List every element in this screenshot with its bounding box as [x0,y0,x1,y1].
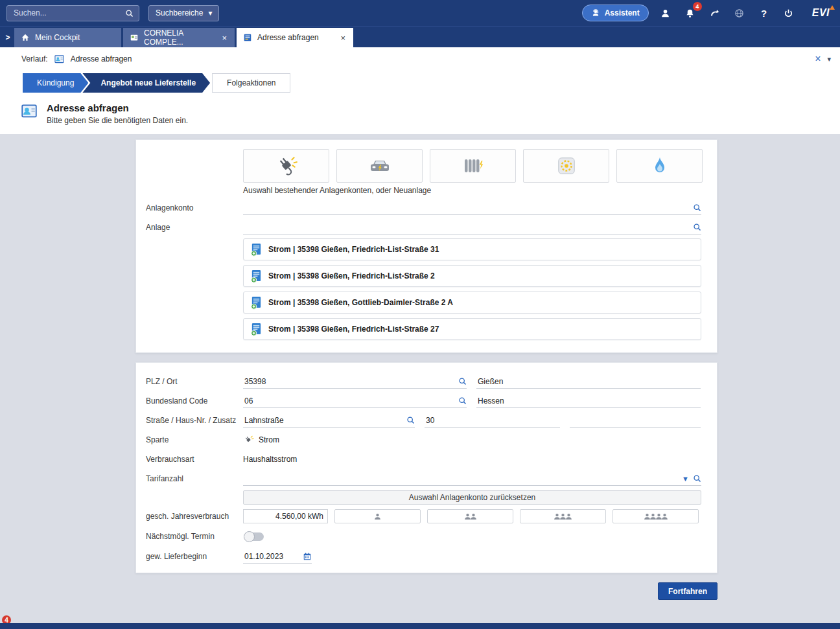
chevron-down-icon: ▾ [208,8,212,17]
jahresverbrauch-label: gesch. Jahresverbrauch [146,512,243,521]
haushalt-2-personen-button[interactable] [427,509,513,523]
tile-waerme[interactable] [430,149,516,183]
anlage-doc-plus-icon [250,269,262,283]
ort-input[interactable] [476,377,701,386]
flame-icon [652,156,668,176]
notifications-bell-icon[interactable]: 4 [682,5,698,21]
tile-gas[interactable] [616,149,703,183]
zusatz-field[interactable] [570,413,701,428]
tarifanzahl-input[interactable] [243,474,678,483]
car-icon [367,156,393,176]
anlage-item-text: Strom | 35398 Gießen, Gottlieb-Daimler-S… [268,298,453,307]
tarifanzahl-search-icon[interactable] [693,474,701,483]
hausnr-field[interactable] [425,413,560,428]
zusatz-input[interactable] [570,416,701,425]
wizard-step-folgeaktionen[interactable]: Folgeaktionen [212,73,290,93]
bundesland-code-input[interactable] [243,396,454,406]
plz-input[interactable] [243,377,454,386]
wizard-step-kuendigung[interactable]: Kündigung [23,73,88,93]
tab-mein-cockpit[interactable]: Mein Cockpit [14,28,121,47]
jahresverbrauch-input[interactable] [243,509,328,523]
page-head: Verlauf: Adresse abfragen × ▾ Kündigung … [0,47,840,134]
anlagenkonto-field[interactable] [243,201,701,215]
address-card: PLZ / Ort Bundesland Code [135,362,718,573]
ort-field[interactable] [476,374,701,389]
suchbereiche-button[interactable]: Suchbereiche ▾ [148,5,219,21]
wizard-steps: Kündigung Angebot neue Lieferstelle Folg… [23,73,840,93]
anlage-doc-plus-icon [250,296,262,310]
anlagenkonto-search-icon[interactable] [693,203,701,212]
power-icon[interactable] [781,5,797,21]
termin-label: Nächstmögl. Termin [146,532,243,541]
plz-search-icon[interactable] [458,377,467,385]
haushalt-1-person-button[interactable] [334,509,421,523]
tab-label: CORNELIA COMPLE... [144,29,215,47]
bundesland-code-field[interactable] [243,394,467,408]
haushalt-4-personen-button[interactable] [612,509,699,523]
bottom-bar [0,623,840,629]
home-icon [21,33,30,42]
tab-cornelia[interactable]: CORNELIA COMPLE... × [123,28,235,47]
plz-field[interactable] [243,374,467,389]
tarifanzahl-dropdown-icon[interactable]: ▼ [682,475,689,483]
anlage-input[interactable] [243,223,689,232]
strasse-input[interactable] [243,416,402,425]
workflow-close-icon[interactable]: × [815,53,821,65]
lieferbeginn-field[interactable] [243,549,312,564]
strasse-field[interactable] [243,413,415,428]
anlage-list-item[interactable]: Strom | 35398 Gießen, Friedrich-List-Str… [243,265,701,287]
anlage-list-item[interactable]: Strom | 35398 Gießen, Friedrich-List-Str… [243,318,701,340]
panel-expand-icon[interactable]: > [1,28,14,47]
redo-icon[interactable] [707,5,723,21]
tab-label: Adresse abfragen [257,33,319,42]
reset-anlagenkonto-button[interactable]: Auswahl Anlagenkonto zurücksetzen [243,490,701,505]
verlauf-current[interactable]: Adresse abfragen [71,54,132,63]
tile-strom[interactable] [243,149,329,183]
tab-close-icon[interactable]: × [339,34,347,42]
haushalt-3-personen-button[interactable] [520,509,606,523]
workflow-dropdown-icon[interactable]: ▾ [827,55,831,63]
anlagenkonto-label: Anlagenkonto [146,203,243,212]
verlauf-item-icon [54,54,65,65]
verbrauchsart-value: Haushaltsstrom [243,455,701,464]
selection-card: Auswahl bestehender Anlagenkonten, oder … [135,139,718,353]
anlage-search-icon[interactable] [693,223,701,231]
hausnr-input[interactable] [425,416,560,425]
global-search[interactable] [6,5,139,21]
anlage-list-item[interactable]: Strom | 35398 Gießen, Gottlieb-Daimler-S… [243,292,701,314]
user-icon[interactable] [658,5,673,21]
bundesland-search-icon[interactable] [458,396,467,405]
session-globe-icon[interactable] [732,5,747,21]
tab-adresse-abfragen[interactable]: Adresse abfragen × [237,28,353,47]
lieferbeginn-input[interactable] [243,552,299,561]
bundesland-name-input[interactable] [476,396,701,406]
search-input[interactable] [12,8,121,18]
verlauf-row: Verlauf: Adresse abfragen × ▾ [0,47,840,65]
verlauf-label: Verlauf: [21,54,48,63]
naechstmoegl-termin-toggle[interactable] [244,532,264,541]
tarifanzahl-field[interactable]: ▼ [243,472,701,486]
bundesland-name-field[interactable] [476,394,701,408]
top-bar: Suchbereiche ▾ Assistent 4 ? EVI [0,0,840,26]
sparte-value: Strom [259,435,279,444]
assistent-button[interactable]: Assistent [582,5,649,21]
anlagenkonto-input[interactable] [243,203,689,212]
main-area: Auswahl bestehender Anlagenkonten, oder … [0,134,840,623]
workflow-icon [243,33,252,42]
fortfahren-button[interactable]: Fortfahren [658,582,718,600]
anlage-field[interactable] [243,220,701,234]
help-icon[interactable]: ? [756,5,772,21]
anlage-item-text: Strom | 35398 Gießen, Friedrich-List-Str… [268,325,439,334]
search-icon[interactable] [125,9,134,17]
strasse-search-icon[interactable] [406,416,415,424]
tile-kochgas[interactable] [523,149,609,183]
tab-close-icon[interactable]: × [220,34,228,42]
page-subtitle: Bitte geben Sie die benötigten Daten ein… [47,116,188,125]
calendar-icon[interactable] [303,552,312,561]
anlage-list-item[interactable]: Strom | 35398 Gießen, Friedrich-List-Str… [243,238,701,260]
page-title-icon [20,102,38,120]
tab-bar: > Mein Cockpit CORNELIA COMPLE... × Adre… [0,26,840,47]
tile-emobilitaet[interactable] [336,149,423,183]
wizard-step-angebot[interactable]: Angebot neue Lieferstelle [82,73,210,93]
radiator-icon [461,156,485,176]
